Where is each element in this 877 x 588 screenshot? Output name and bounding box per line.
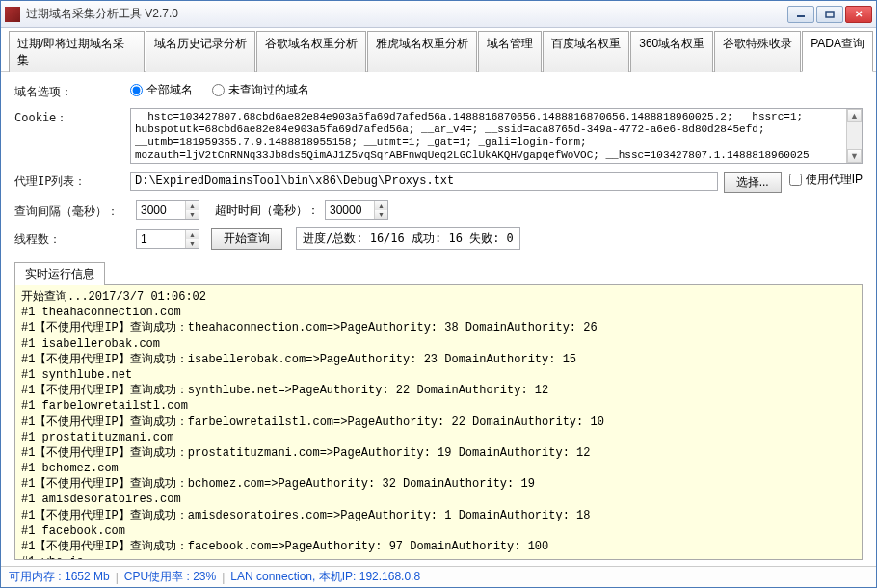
proxy-row: 代理IP列表： 选择... 使用代理IP	[14, 172, 863, 193]
cookie-box: ▲ ▼	[130, 108, 863, 164]
cookie-label: Cookie：	[14, 108, 130, 126]
maximize-button[interactable]	[816, 6, 843, 23]
window-buttons: ✕	[787, 6, 872, 23]
spin-up-icon[interactable]: ▲	[375, 201, 387, 210]
domain-option-row: 域名选项： 全部域名 未查询过的域名	[14, 82, 863, 100]
status-memory: 可用内存 : 1652 Mb	[9, 569, 110, 585]
radio-unqueried-domains[interactable]: 未查询过的域名	[212, 82, 309, 98]
tab-3[interactable]: 雅虎域名权重分析	[367, 31, 477, 72]
proxy-path-input[interactable]	[130, 172, 718, 191]
status-network: LAN connection, 本机IP: 192.168.0.8	[230, 569, 420, 585]
domain-option-group: 全部域名 未查询过的域名	[130, 82, 309, 98]
spin-down-icon[interactable]: ▼	[186, 239, 199, 248]
cookie-row: Cookie： ▲ ▼	[14, 108, 863, 164]
use-proxy-checkbox[interactable]: 使用代理IP	[789, 172, 863, 188]
status-cpu: CPU使用率 : 23%	[124, 569, 216, 585]
window-title: 过期域名采集分析工具 V2.7.0	[26, 6, 787, 22]
progress-status: 进度/总数: 16/16 成功: 16 失败: 0	[296, 227, 520, 250]
scroll-down-icon[interactable]: ▼	[847, 149, 862, 163]
statusbar: 可用内存 : 1652 Mb | CPU使用率 : 23% | LAN conn…	[1, 566, 876, 587]
tab-7[interactable]: 谷歌特殊收录	[714, 31, 801, 72]
interval-spinner[interactable]: ▲▼	[136, 200, 199, 220]
scroll-up-icon[interactable]: ▲	[847, 109, 862, 122]
domain-option-label: 域名选项：	[14, 82, 130, 100]
tab-8[interactable]: PADA查询	[802, 31, 873, 72]
threads-spinner[interactable]: ▲▼	[136, 229, 199, 249]
tab-0[interactable]: 过期/即将过期域名采集	[9, 31, 145, 72]
minimize-button[interactable]	[787, 6, 814, 23]
app-icon	[5, 7, 20, 22]
tab-5[interactable]: 百度域名权重	[543, 31, 629, 72]
timeout-input[interactable]	[326, 201, 374, 219]
radio-unqueried-input[interactable]	[212, 84, 225, 96]
spin-up-icon[interactable]: ▲	[186, 201, 199, 210]
interval-label: 查询间隔（毫秒）：	[14, 201, 130, 220]
browse-button[interactable]: 选择...	[724, 172, 782, 193]
log-text: 开始查询...2017/3/7 01:06:02 #1 theahaconnec…	[15, 285, 862, 560]
log-area[interactable]: 开始查询...2017/3/7 01:06:02 #1 theahaconnec…	[14, 285, 863, 560]
radio-all-domains[interactable]: 全部域名	[130, 82, 193, 98]
titlebar: 过期域名采集分析工具 V2.7.0 ✕	[1, 1, 876, 28]
close-button[interactable]: ✕	[845, 6, 872, 23]
log-tabs: 实时运行信息	[14, 261, 863, 285]
spin-down-icon[interactable]: ▼	[186, 210, 199, 219]
use-proxy-input[interactable]	[789, 174, 802, 186]
threads-input[interactable]	[137, 230, 185, 248]
timeout-spinner[interactable]: ▲▼	[325, 200, 388, 220]
cookie-scrollbar[interactable]: ▲ ▼	[846, 109, 862, 163]
tab-content: 域名选项： 全部域名 未查询过的域名 Cookie： ▲ ▼ 代理IP列表： 选…	[1, 72, 876, 566]
log-tab-realtime[interactable]: 实时运行信息	[14, 262, 105, 285]
tab-6[interactable]: 360域名权重	[630, 31, 713, 72]
scroll-track[interactable]	[847, 122, 862, 149]
main-tabs: 过期/即将过期域名采集域名历史记录分析谷歌域名权重分析雅虎域名权重分析域名管理百…	[1, 28, 876, 72]
proxy-label: 代理IP列表：	[14, 172, 130, 190]
tab-1[interactable]: 域名历史记录分析	[146, 31, 255, 72]
svg-rect-1	[826, 12, 834, 17]
cookie-textarea[interactable]	[131, 109, 846, 163]
tab-2[interactable]: 谷歌域名权重分析	[256, 31, 366, 72]
interval-input[interactable]	[137, 201, 185, 219]
spin-up-icon[interactable]: ▲	[186, 230, 199, 239]
tab-4[interactable]: 域名管理	[478, 31, 542, 72]
spin-down-icon[interactable]: ▼	[375, 210, 387, 219]
threads-label: 线程数：	[14, 229, 130, 248]
interval-row: 查询间隔（毫秒）： ▲▼ 超时时间（毫秒）： ▲▼	[14, 200, 863, 220]
threads-row: 线程数： ▲▼ 开始查询 进度/总数: 16/16 成功: 16 失败: 0	[14, 227, 863, 250]
radio-all-input[interactable]	[130, 84, 143, 96]
app-window: 过期域名采集分析工具 V2.7.0 ✕ 过期/即将过期域名采集域名历史记录分析谷…	[0, 0, 877, 588]
start-query-button[interactable]: 开始查询	[211, 228, 282, 250]
timeout-label: 超时时间（毫秒）：	[215, 202, 319, 219]
